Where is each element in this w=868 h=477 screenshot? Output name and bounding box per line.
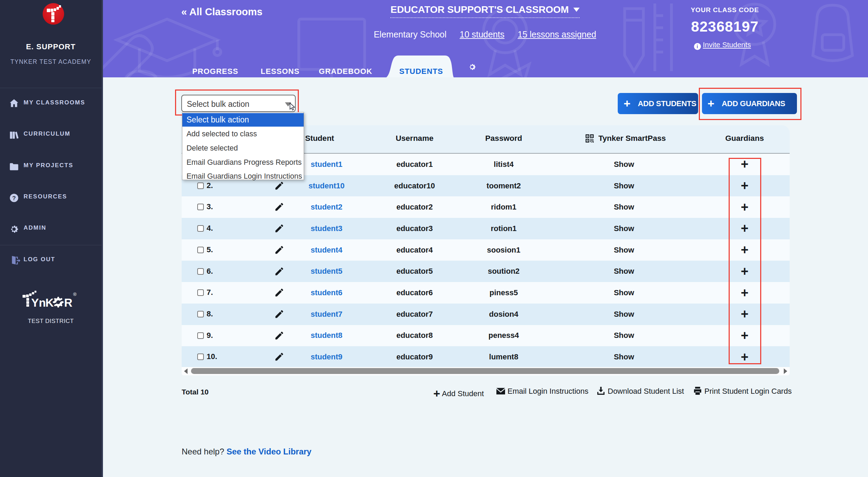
svg-text:K: K (45, 296, 54, 308)
svg-text:Yn: Yn (31, 296, 46, 308)
svg-text:®: ® (73, 292, 77, 297)
svg-text:?: ? (12, 195, 16, 202)
svg-text:R: R (64, 296, 72, 308)
